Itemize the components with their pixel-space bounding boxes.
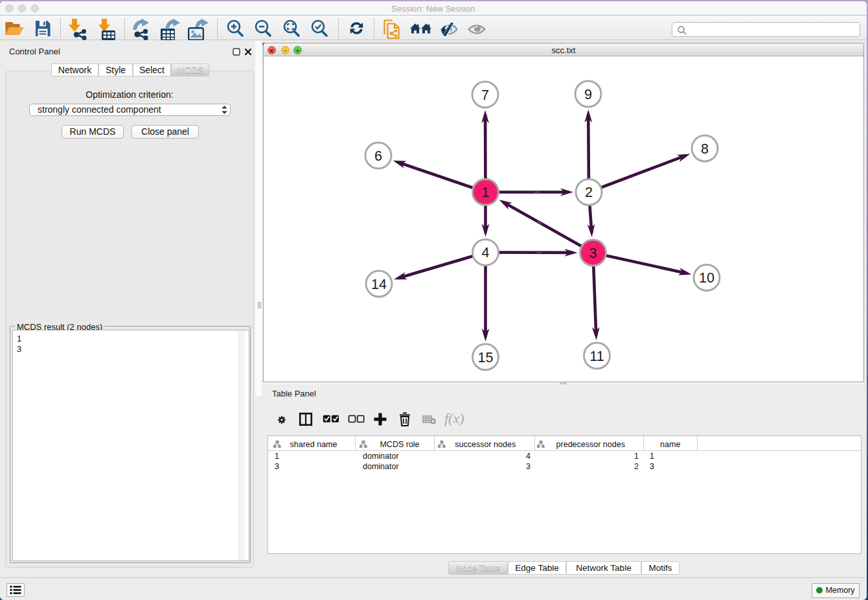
svg-text:15: 15 <box>478 350 494 365</box>
svg-text:7: 7 <box>481 87 489 103</box>
svg-text:9: 9 <box>584 87 592 102</box>
svg-text:14: 14 <box>371 277 387 292</box>
svg-text:11: 11 <box>589 349 604 364</box>
svg-text:1: 1 <box>482 185 490 200</box>
svg-text:4: 4 <box>482 245 490 260</box>
svg-text:3: 3 <box>589 246 597 261</box>
svg-text:8: 8 <box>701 141 709 157</box>
svg-text:2: 2 <box>585 185 593 200</box>
svg-text:6: 6 <box>374 148 382 164</box>
svg-text:10: 10 <box>699 270 714 286</box>
